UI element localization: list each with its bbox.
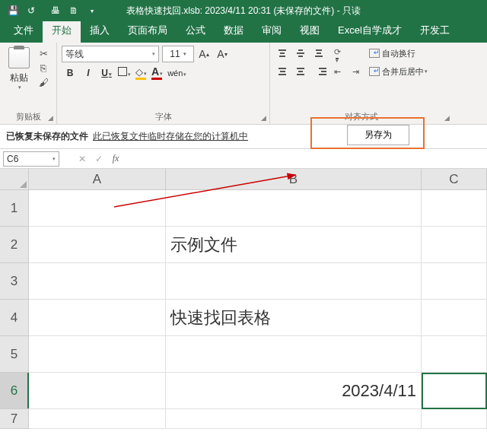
cell[interactable]	[422, 227, 487, 263]
cell-selected[interactable]	[422, 373, 487, 409]
enter-icon[interactable]: ✓	[91, 154, 107, 164]
cell[interactable]	[166, 263, 422, 300]
cell[interactable]	[29, 300, 166, 336]
clipboard-icon	[8, 47, 30, 68]
cell[interactable]	[422, 300, 487, 336]
save-as-button[interactable]: 另存为	[347, 125, 409, 145]
cell[interactable]	[422, 190, 487, 227]
group-align: ⟳▾ 自动换行 ⇤ ⇥ 合并后居中▾ 对齐方式 ◢	[270, 43, 453, 124]
ribbon: 粘贴 ▾ ✂ ⎘ 🖌 剪贴板 ◢ 等线▾ 11▾ A▴ A▾ B I U▾	[0, 43, 487, 125]
cell[interactable]	[29, 409, 166, 429]
paste-label: 粘贴	[10, 71, 28, 84]
orientation-icon[interactable]: ⟳▾	[329, 46, 345, 61]
indent-right-icon[interactable]: ⇥	[348, 64, 363, 79]
row-header-5[interactable]: 5	[0, 336, 29, 373]
cell[interactable]: 快速找回表格	[166, 300, 422, 336]
wrap-text-button[interactable]: 自动换行	[366, 46, 419, 61]
clipboard-launcher-icon[interactable]: ◢	[46, 113, 55, 122]
cell[interactable]	[29, 373, 166, 409]
recovery-link[interactable]: 此已恢复文件临时存储在您的计算机中	[93, 130, 248, 143]
tab-formulas[interactable]: 公式	[177, 19, 215, 43]
align-launcher-icon[interactable]: ◢	[442, 113, 451, 122]
font-color-button[interactable]: A▾	[151, 65, 163, 80]
title-bar: 💾 ↺ 🖶 🗎 ▾ 表格快速找回.xlsb: 2023/4/11 20:31 (…	[0, 0, 487, 21]
cell[interactable]	[166, 190, 422, 227]
save-icon[interactable]: 💾	[5, 2, 21, 19]
print-icon[interactable]: 🖶	[47, 2, 64, 19]
cell[interactable]	[422, 336, 487, 373]
group-font: 等线▾ 11▾ A▴ A▾ B I U▾ ▾ ◇▾ A▾ wén▾ 字体 ◢	[57, 43, 270, 124]
tab-insert[interactable]: 插入	[81, 19, 119, 43]
row-header-1[interactable]: 1	[0, 190, 29, 227]
row-header-7[interactable]: 7	[0, 409, 29, 429]
align-bottom-icon[interactable]	[311, 46, 326, 61]
border-button[interactable]: ▾	[118, 67, 131, 78]
increase-font-icon[interactable]: A▴	[196, 46, 212, 62]
cell[interactable]	[29, 336, 166, 373]
cell[interactable]: 2023/4/11	[166, 373, 422, 409]
cell[interactable]	[29, 227, 166, 263]
tab-home[interactable]: 开始	[43, 19, 81, 43]
bold-button[interactable]: B	[63, 68, 77, 78]
undo-icon[interactable]: ↺	[23, 2, 40, 19]
cell[interactable]: 示例文件	[166, 227, 422, 263]
col-header-A[interactable]: A	[29, 169, 166, 190]
ribbon-tabs: 文件 开始 插入 页面布局 公式 数据 审阅 视图 Excel自学成才 开发工	[0, 21, 487, 43]
cut-icon[interactable]: ✂	[37, 47, 50, 59]
align-top-icon[interactable]	[275, 46, 290, 61]
cell[interactable]	[422, 263, 487, 300]
quick-access-toolbar: 💾 ↺ 🖶 🗎 ▾	[0, 2, 100, 19]
chevron-down-icon[interactable]: ▾	[18, 84, 21, 91]
font-name-select[interactable]: 等线▾	[62, 46, 159, 62]
cell[interactable]	[29, 263, 166, 300]
row-header-4[interactable]: 4	[0, 300, 29, 336]
copy-icon[interactable]: ⎘	[37, 62, 50, 74]
font-size-select[interactable]: 11▾	[162, 46, 194, 62]
decrease-font-icon[interactable]: A▾	[214, 46, 231, 62]
select-all-corner[interactable]	[0, 169, 29, 190]
phonetic-button[interactable]: wén▾	[167, 68, 186, 78]
col-header-C[interactable]: C	[422, 169, 487, 190]
spreadsheet-grid[interactable]: A B C 1 2 示例文件 3 4 快速找回表格 5 6 2023/4/11 …	[0, 169, 487, 429]
col-header-B[interactable]: B	[166, 169, 422, 190]
underline-button[interactable]: U▾	[100, 68, 113, 78]
fill-color-button[interactable]: ◇▾	[135, 66, 147, 80]
tab-developer[interactable]: 开发工	[411, 19, 459, 43]
indent-left-icon[interactable]: ⇤	[329, 64, 345, 79]
row-header-6[interactable]: 6	[0, 373, 29, 409]
name-box[interactable]: C6▾	[3, 151, 59, 167]
cancel-icon[interactable]: ✕	[75, 154, 90, 164]
formula-bar: C6▾ ✕ ✓ fx	[0, 149, 487, 169]
tab-layout[interactable]: 页面布局	[119, 19, 177, 43]
tab-custom[interactable]: Excel自学成才	[329, 19, 411, 43]
group-clipboard: 粘贴 ▾ ✂ ⎘ 🖌 剪贴板 ◢	[0, 43, 57, 124]
tab-file[interactable]: 文件	[5, 19, 43, 43]
italic-button[interactable]: I	[81, 68, 95, 78]
recovery-message: 已恢复未保存的文件	[6, 130, 88, 143]
tab-review[interactable]: 审阅	[253, 19, 291, 43]
cell[interactable]	[29, 190, 166, 227]
page-icon[interactable]: 🗎	[65, 2, 82, 19]
row-header-2[interactable]: 2	[0, 227, 29, 263]
cell[interactable]	[166, 336, 422, 373]
align-middle-icon[interactable]	[293, 46, 308, 61]
recovery-bar: 已恢复未保存的文件 此已恢复文件临时存储在您的计算机中 另存为	[0, 125, 487, 149]
qa-dropdown-icon[interactable]: ▾	[84, 2, 100, 19]
cell[interactable]	[422, 409, 487, 429]
align-left-icon[interactable]	[275, 64, 290, 79]
cell[interactable]	[166, 409, 422, 429]
group-label-font: 字体	[57, 111, 269, 122]
align-right-icon[interactable]	[311, 64, 326, 79]
align-center-icon[interactable]	[293, 64, 308, 79]
format-painter-icon[interactable]: 🖌	[37, 76, 50, 88]
tab-data[interactable]: 数据	[215, 19, 253, 43]
row-header-3[interactable]: 3	[0, 263, 29, 300]
font-launcher-icon[interactable]: ◢	[259, 113, 268, 122]
tab-view[interactable]: 视图	[291, 19, 329, 43]
fx-icon[interactable]: fx	[108, 153, 123, 164]
merge-center-button[interactable]: 合并后居中▾	[366, 65, 431, 79]
